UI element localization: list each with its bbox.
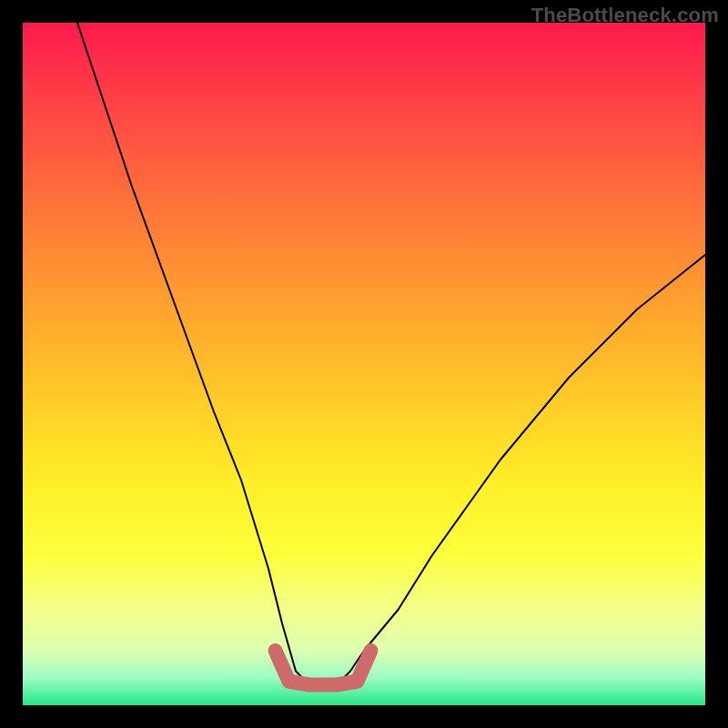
plot-area: [23, 23, 705, 705]
acceptable-zone-marker-path: [276, 651, 371, 685]
chart-svg: [23, 23, 705, 705]
watermark-text: TheBottleneck.com: [531, 4, 719, 27]
bottleneck-curve-path: [77, 23, 705, 685]
chart-frame: TheBottleneck.com: [0, 0, 728, 728]
